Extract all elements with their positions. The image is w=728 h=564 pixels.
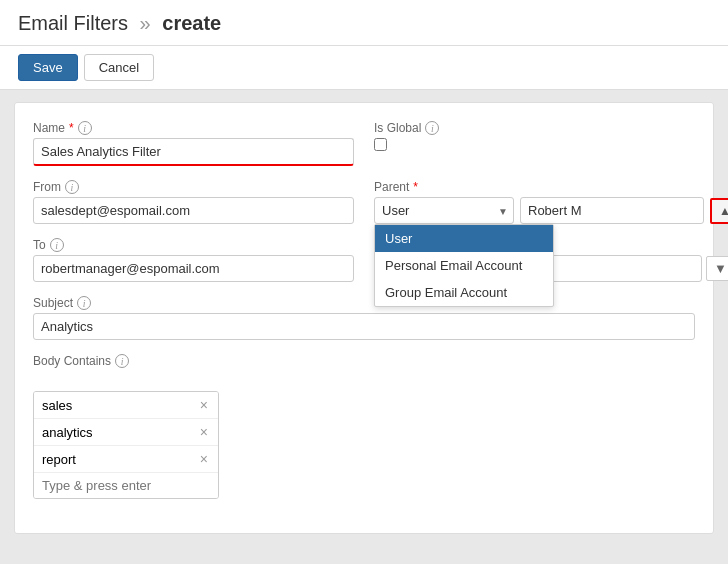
to-label: To i (33, 238, 354, 252)
to-close-icon: ▼ (714, 261, 727, 276)
col-is-global: Is Global i (374, 121, 695, 151)
breadcrumb-separator: » (140, 12, 151, 34)
title-sub: create (162, 12, 221, 34)
row-subject: Subject i (33, 296, 695, 340)
body-contains-value-2: report (42, 452, 76, 467)
from-input[interactable] (33, 197, 354, 224)
body-contains-remove-2[interactable]: × (198, 451, 210, 467)
from-label: From i (33, 180, 354, 194)
body-contains-remove-0[interactable]: × (198, 397, 210, 413)
to-info-icon: i (50, 238, 64, 252)
parent-dropdown-menu: User Personal Email Account Group Email … (374, 224, 554, 307)
subject-info-icon: i (77, 296, 91, 310)
row-to: To i placeholder ▼ (33, 238, 695, 282)
parent-required-star: * (413, 180, 418, 194)
chevron-up-icon: ▲ (719, 204, 728, 218)
name-required-star: * (69, 121, 74, 135)
subject-label: Subject i (33, 296, 695, 310)
from-label-text: From (33, 180, 61, 194)
parent-label-text: Parent (374, 180, 409, 194)
body-contains-info-icon: i (115, 354, 129, 368)
body-contains-label: Body Contains i (33, 354, 129, 368)
is-global-label-text: Is Global (374, 121, 421, 135)
parent-text-input[interactable] (520, 197, 704, 224)
body-contains-value-0: sales (42, 398, 72, 413)
is-global-checkbox[interactable] (374, 138, 387, 151)
body-contains-value-1: analytics (42, 425, 93, 440)
dropdown-item-group-email[interactable]: Group Email Account (375, 279, 553, 306)
is-global-label: Is Global i (374, 121, 695, 135)
subject-input[interactable] (33, 313, 695, 340)
page-header: Email Filters » create Save Cancel (0, 0, 728, 90)
body-contains-add-row (34, 473, 218, 498)
parent-expand-button[interactable]: ▲ (710, 198, 728, 224)
cancel-button[interactable]: Cancel (84, 54, 154, 81)
body-contains-item-2: report × (34, 446, 218, 473)
dropdown-item-personal-email[interactable]: Personal Email Account (375, 252, 553, 279)
subject-label-text: Subject (33, 296, 73, 310)
parent-row: User Personal Email Account Group Email … (374, 197, 695, 224)
parent-type-select[interactable]: User Personal Email Account Group Email … (374, 197, 514, 224)
col-subject: Subject i (33, 296, 695, 340)
dropdown-item-user[interactable]: User (375, 225, 553, 252)
name-input[interactable] (33, 138, 354, 166)
title-main: Email Filters (18, 12, 128, 34)
body-contains-add-input[interactable] (42, 478, 210, 493)
form-container: Name * i Is Global i From i (14, 102, 714, 534)
from-info-icon: i (65, 180, 79, 194)
body-contains-item-0: sales × (34, 392, 218, 419)
body-contains-label-text: Body Contains (33, 354, 111, 368)
toolbar: Save Cancel (0, 46, 728, 90)
col-name: Name * i (33, 121, 354, 166)
body-contains-item-1: analytics × (34, 419, 218, 446)
parent-select-wrapper: User Personal Email Account Group Email … (374, 197, 514, 224)
name-label: Name * i (33, 121, 354, 135)
col-to: To i (33, 238, 354, 282)
page-title: Email Filters » create (18, 12, 221, 34)
col-from: From i (33, 180, 354, 224)
to-clear-button[interactable]: ▼ (706, 256, 728, 281)
is-global-info-icon: i (425, 121, 439, 135)
col-parent: Parent * User Personal Email Account Gro… (374, 180, 695, 224)
row-name-global: Name * i Is Global i (33, 121, 695, 166)
body-contains-list: sales × analytics × report × (33, 391, 219, 499)
is-global-checkbox-row (374, 138, 695, 151)
name-label-text: Name (33, 121, 65, 135)
parent-label: Parent * (374, 180, 695, 194)
row-body-contains: Body Contains i sales × analytics × repo… (33, 354, 695, 499)
body-contains-remove-1[interactable]: × (198, 424, 210, 440)
row-from-parent: From i Parent * (33, 180, 695, 224)
save-button[interactable]: Save (18, 54, 78, 81)
to-label-text: To (33, 238, 46, 252)
to-input[interactable] (33, 255, 354, 282)
name-info-icon: i (78, 121, 92, 135)
